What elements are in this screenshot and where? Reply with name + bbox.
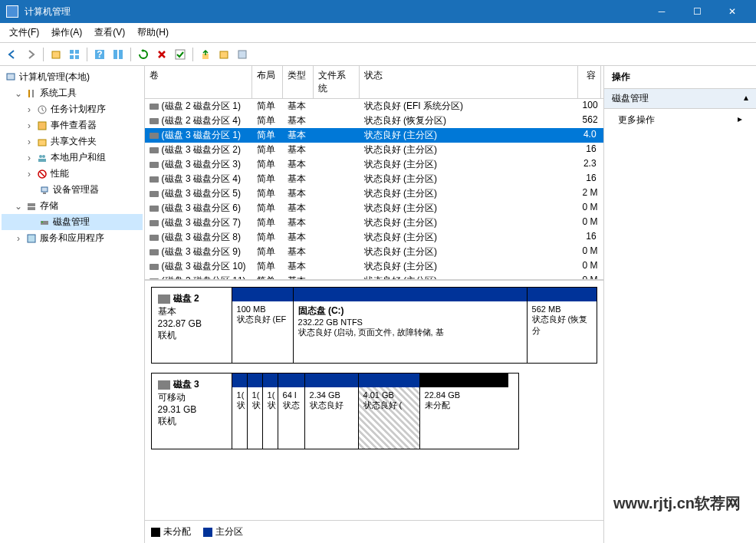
navigation-tree[interactable]: 计算机管理(本地) ⌄ 系统工具 › 任务计划程序 › 事件查看器 › 共享文件…: [0, 66, 145, 543]
tree-event-viewer[interactable]: › 事件查看器: [2, 117, 143, 133]
event-icon: [36, 120, 48, 132]
table-row[interactable]: (磁盘 3 磁盘分区 6)简单基本状态良好 (主分区)0 M: [145, 201, 603, 216]
partition[interactable]: 22.84 GB未分配: [420, 374, 508, 449]
menu-view[interactable]: 查看(V): [88, 24, 131, 41]
disk-3-row[interactable]: 磁盘 3 可移动 29.31 GB 联机 1(状1(状1(状64 I状态2.34…: [151, 373, 519, 449]
tree-label: 服务和应用程序: [40, 232, 104, 245]
partition[interactable]: 固态盘 (C:)232.22 GB NTFS状态良好 (启动, 页面文件, 故障…: [294, 288, 528, 363]
help-button[interactable]: ?: [92, 47, 107, 62]
center-pane: 卷 布局 类型 文件系统 状态 容 (磁盘 2 磁盘分区 1)简单基本状态良好 …: [145, 66, 604, 543]
tree-device-manager[interactable]: 设备管理器: [2, 182, 143, 198]
tree-label: 磁盘管理: [53, 216, 90, 229]
actions-more[interactable]: 更多操作 ▸: [604, 109, 756, 131]
svg-text:?: ?: [97, 49, 102, 60]
back-button[interactable]: [5, 47, 20, 62]
tree-system-tools[interactable]: ⌄ 系统工具: [2, 85, 143, 101]
col-status[interactable]: 状态: [360, 66, 578, 98]
partition[interactable]: 64 I状态: [278, 374, 305, 449]
svg-rect-12: [238, 51, 246, 58]
expander-icon[interactable]: ›: [25, 153, 34, 163]
table-row[interactable]: (磁盘 3 磁盘分区 7)简单基本状态良好 (主分区)0 M: [145, 216, 603, 230]
partition[interactable]: 100 MB状态良好 (EF: [232, 288, 294, 363]
partition[interactable]: 562 MB状态良好 (恢复分: [528, 288, 597, 363]
tree-storage[interactable]: ⌄ 存储: [2, 198, 143, 214]
col-volume[interactable]: 卷: [145, 66, 252, 98]
expander-icon[interactable]: ⌄: [14, 88, 23, 99]
svg-rect-14: [28, 90, 30, 97]
expander-icon[interactable]: ›: [14, 233, 23, 244]
tree-root-label: 计算机管理(本地): [19, 71, 90, 84]
svg-rect-24: [43, 193, 46, 194]
expander-icon[interactable]: ›: [25, 120, 34, 131]
expander-icon[interactable]: ›: [25, 169, 34, 179]
table-row[interactable]: (磁盘 3 磁盘分区 1)简单基本状态良好 (主分区)4.0: [145, 128, 603, 143]
menu-operation[interactable]: 操作(A): [45, 24, 88, 41]
window-title: 计算机管理: [25, 5, 644, 18]
table-row[interactable]: (磁盘 3 磁盘分区 5)简单基本状态良好 (主分区)2 M: [145, 186, 603, 201]
table-row[interactable]: (磁盘 3 磁盘分区 8)简单基本状态良好 (主分区)16: [145, 230, 603, 245]
tree-label: 设备管理器: [53, 183, 99, 196]
view-list-button[interactable]: [67, 47, 82, 62]
tree-root[interactable]: 计算机管理(本地): [2, 69, 143, 85]
table-row[interactable]: (磁盘 2 磁盘分区 4)简单基本状态良好 (恢复分区)562: [145, 114, 603, 128]
collapse-icon[interactable]: ▴: [744, 92, 748, 105]
table-row[interactable]: (磁盘 2 磁盘分区 1)简单基本状态良好 (EFI 系统分区)100: [145, 99, 603, 114]
partition[interactable]: 1(状: [232, 374, 248, 449]
partition[interactable]: 2.34 GB状态良好: [305, 374, 359, 449]
expander-icon[interactable]: ⌄: [14, 201, 23, 212]
disk-2-info: 磁盘 2 基本 232.87 GB 联机: [152, 288, 232, 363]
tree-disk-management[interactable]: 磁盘管理: [2, 214, 143, 230]
disk-2-row[interactable]: 磁盘 2 基本 232.87 GB 联机 100 MB状态良好 (EF固态盘 (…: [151, 287, 597, 364]
col-type[interactable]: 类型: [283, 66, 314, 98]
actions-section[interactable]: 磁盘管理 ▴: [604, 89, 756, 109]
table-row[interactable]: (磁盘 3 磁盘分区 3)简单基本状态良好 (主分区)2.3: [145, 157, 603, 172]
expander-icon[interactable]: ›: [25, 137, 34, 147]
svg-rect-13: [7, 74, 15, 80]
menubar: 文件(F) 操作(A) 查看(V) 帮助(H): [0, 23, 756, 43]
properties-button[interactable]: [110, 47, 126, 62]
actions-more-label: 更多操作: [618, 114, 655, 127]
refresh-button[interactable]: [136, 47, 151, 62]
actions-pane: 操作 磁盘管理 ▴ 更多操作 ▸: [604, 66, 756, 543]
volumes-table[interactable]: 卷 布局 类型 文件系统 状态 容 (磁盘 2 磁盘分区 1)简单基本状态良好 …: [145, 66, 603, 281]
action3-button[interactable]: [235, 47, 250, 62]
tree-shared-folders[interactable]: › 共享文件夹: [2, 133, 143, 150]
svg-rect-0: [52, 51, 60, 58]
action1-button[interactable]: [198, 47, 213, 62]
table-row[interactable]: (磁盘 3 磁盘分区 2)简单基本状态良好 (主分区)16: [145, 143, 603, 157]
partition[interactable]: 1(状: [263, 374, 278, 449]
partition[interactable]: 1(状: [248, 374, 263, 449]
tree-task-scheduler[interactable]: › 任务计划程序: [2, 101, 143, 117]
tree-performance[interactable]: › 性能: [2, 166, 143, 182]
close-button[interactable]: ✕: [715, 0, 750, 23]
legend-unallocated: 未分配: [151, 525, 191, 538]
table-row[interactable]: (磁盘 3 磁盘分区 4)简单基本状态良好 (主分区)16: [145, 172, 603, 186]
tree-label: 本地用户和组: [51, 151, 106, 164]
forward-button[interactable]: [23, 47, 38, 62]
tools-icon: [25, 87, 38, 100]
partition[interactable]: 4.01 GB状态良好 (: [359, 374, 420, 449]
legend-label: 主分区: [215, 525, 243, 538]
check-button[interactable]: [173, 47, 188, 62]
menu-help[interactable]: 帮助(H): [131, 24, 175, 41]
table-row[interactable]: (磁盘 3 磁盘分区 9)简单基本状态良好 (主分区)0 M: [145, 245, 603, 259]
disk-3-info: 磁盘 3 可移动 29.31 GB 联机: [152, 374, 232, 449]
menu-file[interactable]: 文件(F): [3, 24, 45, 41]
table-row[interactable]: (磁盘 3 磁盘分区 10)简单基本状态良好 (主分区)0 M: [145, 259, 603, 274]
maximize-button[interactable]: ☐: [679, 0, 715, 23]
action2-button[interactable]: [216, 47, 232, 62]
minimize-button[interactable]: ─: [644, 0, 679, 23]
tree-local-users[interactable]: › 本地用户和组: [2, 150, 143, 166]
tree-services[interactable]: › 服务和应用程序: [2, 230, 143, 246]
expander-icon[interactable]: ›: [25, 104, 34, 115]
col-capacity[interactable]: 容: [578, 66, 601, 98]
col-layout[interactable]: 布局: [252, 66, 283, 98]
svg-rect-9: [176, 50, 185, 59]
table-row[interactable]: (磁盘 3 磁盘分区 11)简单基本状态良好 (主分区)0 M: [145, 274, 603, 281]
device-icon: [38, 184, 51, 196]
col-filesystem[interactable]: 文件系统: [314, 66, 360, 98]
disk-graphical-view[interactable]: 磁盘 2 基本 232.87 GB 联机 100 MB状态良好 (EF固态盘 (…: [145, 281, 603, 520]
cancel-button[interactable]: [154, 47, 169, 62]
svg-rect-1: [70, 50, 74, 54]
up-button[interactable]: [48, 47, 64, 62]
